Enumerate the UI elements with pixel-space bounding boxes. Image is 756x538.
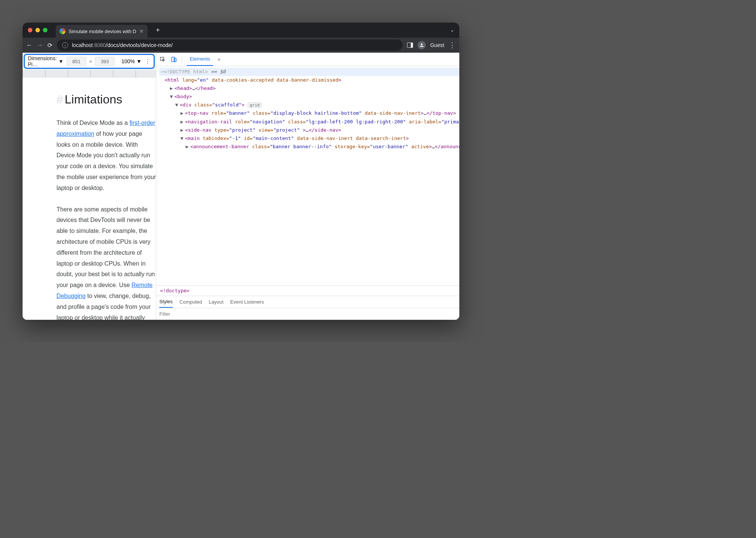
close-tab-icon[interactable]: ✕ — [139, 28, 144, 34]
tab-elements[interactable]: Elements — [187, 53, 213, 66]
url-text: localhost:8080/docs/devtools/device-mode… — [72, 42, 173, 48]
device-toolbar: Dimensions: Pi… ▼ × 100% ▼ ⋮ — [24, 54, 155, 69]
profile-avatar-icon[interactable] — [418, 41, 426, 49]
back-button[interactable]: ← — [26, 42, 32, 49]
main-element[interactable]: ▼<main tabindex="-1" id="main-content" d… — [159, 134, 459, 143]
zoom-dropdown[interactable]: 100% ▼ — [121, 58, 142, 64]
height-input[interactable] — [95, 57, 114, 66]
omnibox[interactable]: i localhost:8080/docs/devtools/device-mo… — [57, 40, 402, 51]
width-input[interactable] — [67, 57, 86, 66]
device-toolbar-more-icon[interactable]: ⋮ — [145, 58, 151, 65]
chevron-down-icon: ▼ — [58, 58, 64, 64]
tab-styles[interactable]: Styles — [159, 296, 172, 308]
top-nav-element[interactable]: ▶<top-nav role="banner" class="display-b… — [159, 109, 459, 117]
tabs-chevron-down-icon[interactable]: ⌄ — [450, 27, 454, 33]
close-window-button[interactable] — [28, 28, 32, 32]
body-element[interactable]: ▼<body> — [159, 93, 459, 101]
minimize-window-button[interactable] — [35, 28, 40, 32]
devtools-panel: Elements » ▬1 ⚙ ⋮ ✕ ⋯<!DOCTYPE html> == … — [156, 53, 459, 320]
site-info-icon[interactable]: i — [62, 42, 68, 48]
tab-title: Simulate mobile devices with D — [69, 29, 136, 34]
dimensions-label: Dimensions: Pi… — [28, 55, 57, 67]
tab-event-listeners[interactable]: Event Listeners — [230, 296, 264, 308]
device-mode-icon[interactable] — [171, 56, 177, 63]
dimension-separator: × — [89, 59, 92, 64]
styles-filter-row: :hov .cls ＋ ▢ ⏴ — [156, 308, 459, 320]
device-viewport: Dimensions: Pi… ▼ × 100% ▼ ⋮ #Limitation… — [23, 53, 156, 320]
dimensions-dropdown[interactable]: Dimensions: Pi… ▼ — [28, 55, 64, 67]
page-heading: #Limitations — [56, 93, 156, 106]
announcement-banner-element[interactable]: ▶<announcement-banner class="banner bann… — [159, 143, 459, 151]
tab-layout[interactable]: Layout — [209, 296, 224, 308]
side-panel-icon[interactable] — [407, 43, 413, 48]
dom-tree[interactable]: ⋯<!DOCTYPE html> == $0 <html lang="en" d… — [156, 66, 459, 285]
grid-badge[interactable]: grid — [247, 102, 262, 108]
reload-button[interactable]: ⟳ — [47, 42, 52, 49]
forward-button[interactable]: → — [37, 42, 43, 49]
browser-window: Simulate mobile devices with D ✕ + ⌄ ← →… — [23, 23, 459, 320]
tab-computed[interactable]: Computed — [180, 296, 202, 308]
paragraph-2: There are some aspects of mobile devices… — [56, 204, 156, 320]
hash-icon: # — [56, 93, 63, 106]
devtools-tabs: Elements » ▬1 ⚙ ⋮ ✕ — [156, 53, 459, 66]
styles-tabs: Styles Computed Layout Event Listeners » — [156, 296, 459, 308]
more-tabs-icon[interactable]: » — [218, 56, 220, 62]
paragraph-1: Think of Device Mode as a first-order ap… — [56, 118, 156, 194]
toolbar-right: Guest ⋮ — [407, 41, 456, 49]
new-tab-button[interactable]: + — [156, 26, 160, 34]
side-nav-element[interactable]: ▶<side-nav type="project" view="project"… — [159, 126, 459, 134]
traffic-lights — [28, 28, 47, 32]
dom-breadcrumb[interactable]: <!doctype> — [156, 285, 459, 296]
content-area: Dimensions: Pi… ▼ × 100% ▼ ⋮ #Limitation… — [23, 53, 459, 320]
address-bar: ← → ⟳ i localhost:8080/docs/devtools/dev… — [23, 38, 459, 53]
chrome-favicon-icon — [59, 28, 66, 34]
navigation-rail-element[interactable]: ▶<navigation-rail role="navigation" clas… — [159, 118, 459, 126]
doctype-line[interactable]: ⋯<!DOCTYPE html> == $0 — [159, 68, 459, 76]
titlebar: Simulate mobile devices with D ✕ + ⌄ — [23, 23, 459, 38]
guest-label: Guest — [430, 42, 444, 48]
svg-rect-0 — [172, 57, 175, 62]
scaffold-div[interactable]: ▼<div class="scaffold"> grid — [159, 101, 459, 109]
ruler — [23, 70, 156, 78]
head-element[interactable]: ▶<head>…</head> — [159, 84, 459, 93]
zoom-label: 100% — [121, 58, 135, 64]
svg-rect-1 — [174, 58, 176, 62]
page-content: #Limitations Think of Device Mode as a f… — [23, 78, 156, 320]
filter-input[interactable] — [159, 311, 459, 317]
browser-tab[interactable]: Simulate mobile devices with D ✕ — [56, 25, 148, 38]
browser-menu-button[interactable]: ⋮ — [449, 41, 456, 49]
chevron-down-icon: ▼ — [136, 58, 142, 64]
html-element[interactable]: <html lang="en" data-cookies-accepted da… — [159, 76, 459, 84]
inspect-element-icon[interactable] — [159, 56, 166, 63]
maximize-window-button[interactable] — [43, 28, 47, 32]
